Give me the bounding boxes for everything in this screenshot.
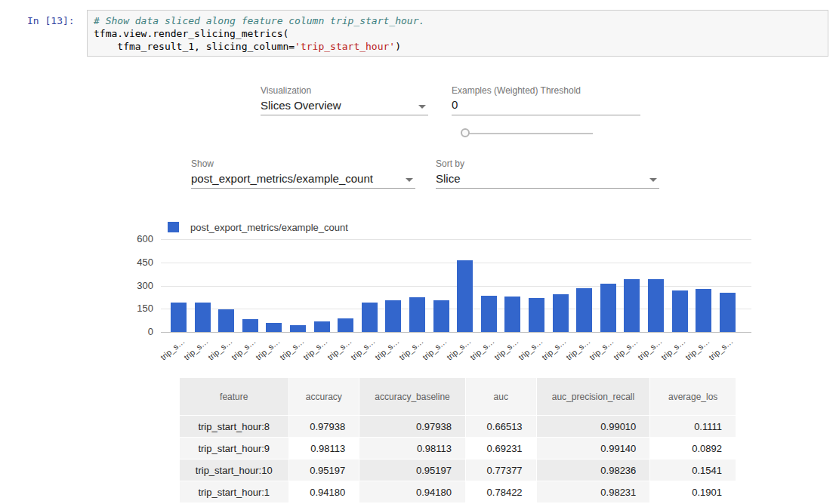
code-line3-close: ) [395, 41, 401, 52]
column-header-average_los[interactable]: average_los [650, 378, 736, 415]
table-row: trip_start_hour:90.981130.981130.692310.… [180, 438, 736, 459]
table-row: trip_start_hour:100.951970.951970.773770… [180, 459, 736, 481]
gridline [161, 263, 751, 263]
bar [338, 318, 353, 332]
metric-select-value: post_export_metrics/example_count [191, 172, 373, 185]
visualization-select[interactable]: Slices Overview [261, 98, 428, 115]
legend-swatch-icon [168, 222, 179, 232]
bar [362, 303, 378, 332]
metric-cell: 0.95197 [289, 459, 359, 481]
metric-cell: 0.0892 [650, 438, 736, 459]
y-axis-tick: 600 [119, 233, 153, 244]
bar [553, 294, 569, 332]
gridline [161, 332, 751, 333]
cell-prompt: In [13]: [27, 15, 75, 26]
bar [314, 321, 330, 332]
bar [720, 293, 736, 332]
metrics-table-container: featureaccuracyaccuracy_baselineaucauc_p… [179, 377, 736, 504]
metric-cell: 0.78422 [466, 481, 536, 502]
y-axis-tick: 0 [119, 326, 153, 337]
bar [195, 303, 211, 332]
column-header-accuracy_baseline[interactable]: accuracy_baseline [359, 378, 465, 415]
x-axis-label: trip_s… [143, 337, 186, 374]
metric-cell: 0.1111 [650, 416, 736, 437]
bar [504, 297, 520, 332]
bar [171, 303, 187, 332]
bar [266, 323, 282, 332]
column-header-auc_precision_recall[interactable]: auc_precision_recall [537, 378, 650, 415]
column-header-accuracy[interactable]: accuracy [289, 378, 359, 415]
bar [696, 289, 711, 332]
threshold-label: Examples (Weighted) Threshold [452, 85, 581, 96]
metric-cell: 0.94180 [289, 481, 359, 502]
bar [457, 260, 473, 332]
metric-cell: 0.97938 [359, 416, 465, 437]
metric-cell: 0.77377 [466, 459, 536, 481]
table-row: trip_start_hour:80.979380.979380.665130.… [180, 416, 736, 437]
column-header-auc[interactable]: auc [466, 378, 536, 415]
bar [576, 288, 592, 332]
visualization-label: Visualization [261, 85, 311, 96]
chevron-down-icon [649, 178, 657, 182]
feature-cell: trip_start_hour:1 [180, 481, 288, 502]
bar [290, 325, 306, 332]
sort-select-value: Slice [436, 172, 461, 185]
show-label: Show [191, 158, 214, 169]
feature-cell: trip_start_hour:10 [180, 459, 288, 481]
bar [481, 296, 497, 332]
y-axis-tick: 150 [119, 303, 153, 314]
table-header-row: featureaccuracyaccuracy_baselineaucauc_p… [180, 378, 736, 415]
metric-select[interactable]: post_export_metrics/example_count [191, 171, 415, 189]
metrics-table: featureaccuracyaccuracy_baselineaucauc_p… [179, 377, 736, 503]
threshold-input-value: 0 [452, 98, 458, 111]
tfma-slicing-metrics-view: In [13]: # Show data sliced along featur… [0, 0, 839, 504]
sort-select[interactable]: Slice [436, 171, 659, 189]
metric-cell: 0.69231 [466, 438, 536, 459]
feature-cell: trip_start_hour:9 [180, 438, 288, 459]
metric-cell: 0.1901 [650, 481, 736, 502]
metric-cell: 0.98236 [537, 459, 650, 481]
code-comment: # Show data sliced along feature column … [94, 15, 424, 26]
bar [385, 300, 401, 332]
metric-cell: 0.95197 [359, 459, 465, 481]
bar [648, 279, 664, 332]
bar [600, 284, 616, 332]
y-axis-tick: 300 [119, 280, 153, 291]
visualization-select-value: Slices Overview [261, 99, 341, 112]
code-line2: tfma.view.render_slicing_metrics( [94, 28, 288, 39]
y-axis-tick: 450 [119, 257, 153, 268]
code-cell[interactable]: # Show data sliced along feature column … [87, 10, 828, 57]
threshold-input[interactable]: 0 [452, 98, 640, 115]
chevron-down-icon [406, 178, 413, 182]
metric-cell: 0.99010 [537, 416, 650, 437]
legend-label: post_export_metrics/example_count [190, 222, 348, 233]
sort-by-label: Sort by [436, 158, 464, 169]
table-row: trip_start_hour:10.941800.941800.784220.… [180, 481, 736, 502]
threshold-slider-track[interactable] [466, 133, 593, 134]
metric-cell: 0.97938 [289, 416, 359, 437]
code-string: 'trip_start_hour' [295, 41, 395, 52]
bar-chart: 0150300450600trip_s…trip_s…trip_s…trip_s… [161, 239, 751, 332]
bar [409, 297, 425, 332]
column-header-feature[interactable]: feature [180, 378, 288, 415]
bar [433, 300, 449, 332]
bar [218, 309, 234, 332]
metric-cell: 0.1541 [650, 459, 736, 481]
bar [242, 319, 258, 332]
bar [672, 290, 688, 332]
bar [529, 298, 544, 332]
metric-cell: 0.94180 [359, 481, 465, 502]
metric-cell: 0.66513 [466, 416, 536, 437]
metric-cell: 0.98231 [537, 481, 650, 502]
feature-cell: trip_start_hour:8 [180, 416, 288, 437]
threshold-slider-thumb[interactable] [461, 128, 470, 137]
metric-cell: 0.98113 [289, 438, 359, 459]
gridline [161, 239, 751, 240]
metric-cell: 0.98113 [359, 438, 465, 459]
chevron-down-icon [418, 105, 426, 109]
code-line3: tfma_result_1, slicing_column= [94, 41, 295, 52]
metric-cell: 0.99140 [537, 438, 650, 459]
bar [624, 279, 640, 332]
